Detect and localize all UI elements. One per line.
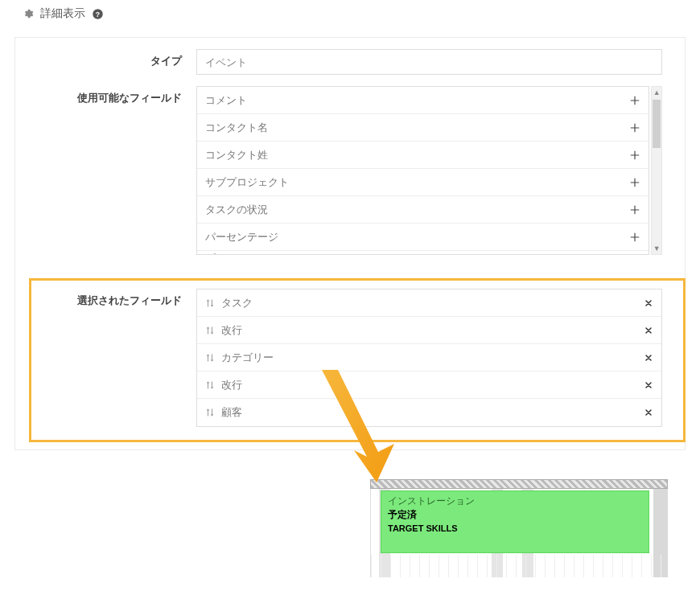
sort-icon[interactable] bbox=[205, 298, 215, 308]
field-label: サブプロジェクト bbox=[205, 175, 289, 190]
label-available: 使用可能なフィールド bbox=[15, 86, 196, 105]
plus-icon[interactable] bbox=[629, 95, 640, 106]
scrollbar[interactable]: ▲ ▼ bbox=[651, 86, 662, 255]
remove-icon[interactable] bbox=[644, 353, 653, 363]
plus-icon[interactable] bbox=[629, 253, 640, 255]
selected-fields-list: タスク改行カテゴリー改行顧客 bbox=[196, 289, 662, 427]
field-label: 改行 bbox=[221, 323, 242, 338]
field-label: プロジェクト bbox=[205, 252, 268, 255]
remove-icon[interactable] bbox=[644, 380, 653, 390]
preview-header bbox=[370, 479, 668, 489]
field-label: 改行 bbox=[221, 378, 242, 392]
plus-icon[interactable] bbox=[629, 122, 640, 133]
row-type: タイプ イベント bbox=[15, 38, 685, 86]
available-field-item[interactable]: コンタクト姓 bbox=[197, 142, 649, 169]
field-label: タスク bbox=[221, 296, 253, 310]
field-label: カテゴリー bbox=[221, 351, 274, 365]
remove-icon[interactable] bbox=[644, 298, 653, 308]
available-field-item[interactable]: コメント bbox=[197, 87, 649, 114]
gantt-preview: インストレーション 予定済 TARGET SKILLS bbox=[370, 479, 668, 577]
selected-field-item[interactable]: タスク bbox=[197, 289, 661, 317]
plus-icon[interactable] bbox=[629, 150, 640, 161]
field-label: コンタクト名 bbox=[205, 121, 268, 135]
preview-grid bbox=[371, 555, 668, 577]
label-selected: 選択されたフィールド bbox=[15, 289, 196, 308]
event-line1: インストレーション bbox=[388, 494, 642, 508]
sort-icon[interactable] bbox=[205, 408, 215, 417]
available-field-item[interactable]: サブプロジェクト bbox=[197, 169, 649, 196]
scroll-thumb[interactable] bbox=[653, 100, 661, 148]
available-field-item[interactable]: パーセンテージ bbox=[197, 224, 649, 251]
row-selected-fields: 選択されたフィールド タスク改行カテゴリー改行顧客 bbox=[15, 266, 685, 449]
event-line3: TARGET SKILLS bbox=[388, 523, 642, 536]
section-title: 詳細表示 bbox=[40, 6, 85, 21]
selected-field-item[interactable]: 改行 bbox=[197, 371, 661, 399]
type-select[interactable]: イベント bbox=[196, 49, 662, 75]
settings-panel: タイプ イベント 使用可能なフィールド コメントコンタクト名コンタクト姓サブプロ… bbox=[14, 37, 686, 450]
sort-icon[interactable] bbox=[205, 326, 215, 335]
remove-icon[interactable] bbox=[644, 326, 653, 335]
field-label: 顧客 bbox=[221, 405, 242, 420]
available-field-item[interactable]: タスクの状況 bbox=[197, 196, 649, 224]
section-header: 詳細表示 ? bbox=[0, 0, 700, 27]
field-label: タスクの状況 bbox=[205, 203, 268, 217]
event-block[interactable]: インストレーション 予定済 TARGET SKILLS bbox=[381, 490, 649, 553]
remove-icon[interactable] bbox=[644, 408, 653, 417]
scroll-down-icon[interactable]: ▼ bbox=[652, 243, 661, 254]
sort-icon[interactable] bbox=[205, 380, 215, 390]
field-label: パーセンテージ bbox=[205, 230, 278, 244]
plus-icon[interactable] bbox=[629, 177, 640, 188]
selected-field-item[interactable]: 改行 bbox=[197, 317, 661, 344]
scroll-up-icon[interactable]: ▲ bbox=[652, 87, 661, 98]
selected-field-item[interactable]: カテゴリー bbox=[197, 344, 661, 371]
event-line2: 予定済 bbox=[388, 508, 642, 522]
row-available-fields: 使用可能なフィールド コメントコンタクト名コンタクト姓サブプロジェクトタスクの状… bbox=[15, 86, 685, 266]
gear-icon bbox=[23, 8, 34, 19]
available-fields-list: コメントコンタクト名コンタクト姓サブプロジェクトタスクの状況パーセンテージプロジ… bbox=[196, 86, 649, 255]
field-label: コメント bbox=[205, 93, 247, 108]
plus-icon[interactable] bbox=[629, 232, 640, 243]
svg-text:?: ? bbox=[96, 10, 100, 18]
label-type: タイプ bbox=[15, 49, 196, 68]
sort-icon[interactable] bbox=[205, 353, 215, 363]
field-label: コンタクト姓 bbox=[205, 148, 268, 162]
selected-field-item[interactable]: 顧客 bbox=[197, 399, 661, 426]
available-field-item[interactable]: コンタクト名 bbox=[197, 114, 649, 142]
plus-icon[interactable] bbox=[629, 204, 640, 215]
help-icon[interactable]: ? bbox=[92, 8, 104, 20]
available-field-item[interactable]: プロジェクト bbox=[197, 251, 649, 255]
